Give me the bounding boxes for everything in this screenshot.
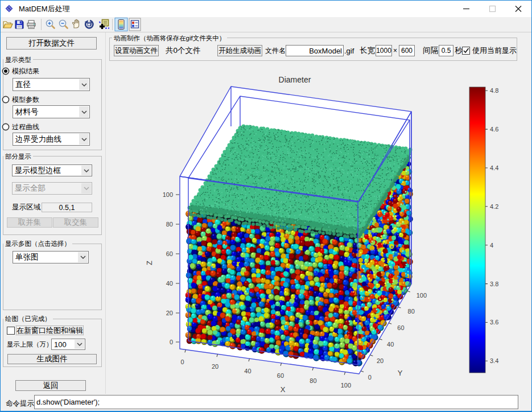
svg-text:100: 100: [341, 382, 351, 389]
svg-text:60: 60: [277, 372, 284, 379]
svg-text:4.2: 4.2: [490, 203, 498, 210]
svg-text:80: 80: [166, 221, 173, 228]
svg-text:20: 20: [377, 357, 383, 364]
svg-text:100: 100: [163, 191, 173, 198]
svg-text:3.6: 3.6: [490, 319, 498, 326]
svg-text:100: 100: [416, 292, 427, 299]
svg-text:60: 60: [166, 250, 173, 257]
svg-text:40: 40: [387, 341, 394, 348]
svg-text:40: 40: [244, 368, 251, 374]
svg-text:3.4: 3.4: [490, 357, 498, 364]
svg-text:0: 0: [170, 339, 173, 345]
svg-text:Diameter: Diameter: [279, 75, 311, 84]
svg-text:60: 60: [397, 324, 404, 331]
svg-text:4.6: 4.6: [490, 126, 498, 133]
svg-text:20: 20: [212, 363, 218, 370]
svg-text:80: 80: [310, 377, 316, 384]
svg-text:Y: Y: [398, 369, 403, 377]
svg-text:4: 4: [490, 242, 493, 249]
svg-text:0: 0: [180, 359, 184, 365]
svg-text:40: 40: [166, 280, 173, 287]
svg-text:80: 80: [408, 308, 415, 315]
svg-text:X: X: [281, 385, 286, 394]
svg-text:Z: Z: [145, 261, 154, 265]
svg-text:4.4: 4.4: [490, 164, 498, 171]
svg-text:4.8: 4.8: [490, 87, 498, 94]
svg-text:3.8: 3.8: [490, 281, 498, 287]
svg-text:0: 0: [368, 374, 372, 381]
svg-text:20: 20: [166, 310, 173, 316]
